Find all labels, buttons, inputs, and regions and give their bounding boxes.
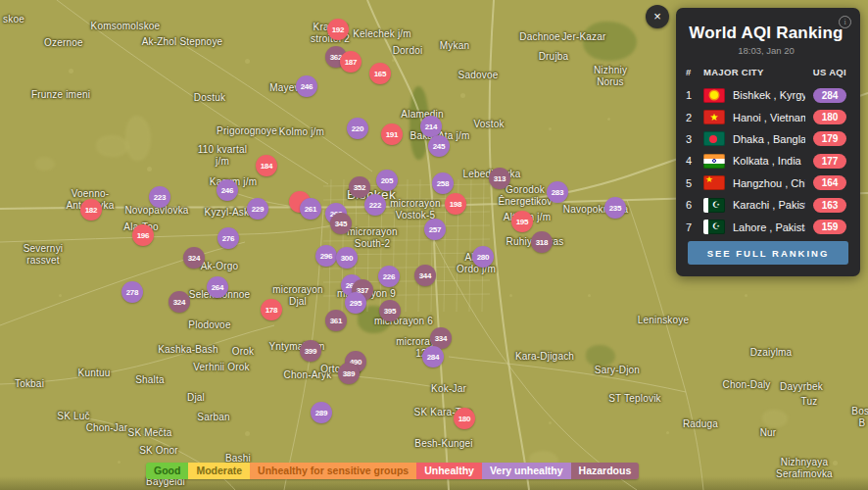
aqi-marker[interactable]: 395 — [379, 300, 401, 321]
aqi-marker[interactable]: 178 — [261, 299, 282, 320]
aqi-marker[interactable]: 361 — [325, 310, 347, 331]
ranking-row[interactable]: 7Lahore , Pakistan159 — [686, 216, 846, 237]
aqi-marker[interactable]: 222 — [364, 194, 386, 216]
aqi-marker[interactable]: 352 — [349, 176, 370, 198]
aqi-marker[interactable]: 283 — [547, 181, 568, 203]
aqi-marker[interactable]: 324 — [183, 247, 205, 269]
aqi-marker[interactable]: 192 — [327, 19, 349, 40]
aqi-marker[interactable]: 318 — [531, 231, 553, 253]
aqi-marker[interactable]: 278 — [121, 281, 143, 303]
aqi-marker[interactable]: 226 — [378, 266, 400, 287]
pk-flag-icon — [703, 220, 725, 234]
map-place-label: 110 kvartal j/m — [198, 144, 247, 167]
aqi-marker[interactable]: 258 — [432, 172, 454, 194]
rank-number: 4 — [686, 155, 696, 167]
aqi-marker[interactable]: 245 — [428, 135, 450, 157]
aqi-marker[interactable]: 264 — [207, 276, 228, 298]
rank-number: 2 — [686, 112, 696, 123]
rank-number: 3 — [686, 133, 696, 145]
city-name: Kolkata , India — [733, 155, 805, 167]
ranking-row[interactable]: 2Hanoi , Vietnam180 — [686, 106, 846, 127]
aqi-marker[interactable]: 191 — [381, 123, 403, 145]
ranking-rows: 1Bishkek , Kyrgyzstan2842Hanoi , Vietnam… — [686, 84, 846, 238]
close-panel-button[interactable]: × — [646, 5, 669, 28]
in-flag-icon — [703, 154, 725, 169]
aqi-marker[interactable]: 296 — [315, 245, 337, 267]
aqi-marker[interactable]: 246 — [296, 75, 317, 97]
aqi-marker[interactable]: 284 — [422, 346, 444, 368]
map-place-label: Tuz — [801, 396, 818, 408]
see-full-ranking-button[interactable]: SEE FULL RANKING — [688, 241, 848, 265]
aqi-marker[interactable]: 214 — [420, 116, 442, 137]
aqi-marker[interactable]: 196 — [132, 224, 154, 246]
ranking-row[interactable]: 1Bishkek , Kyrgyzstan284 — [686, 84, 846, 106]
city-name: Bishkek , Kyrgyzstan — [733, 89, 805, 101]
aqi-marker[interactable]: 313 — [489, 168, 510, 189]
aqi-marker[interactable]: 324 — [169, 291, 190, 313]
map-place-label: microrayon Vostok-5 — [390, 198, 440, 220]
rank-number: 6 — [686, 199, 696, 211]
map-place-label: Vostok — [473, 119, 504, 130]
aqi-marker[interactable]: 295 — [345, 292, 366, 314]
aqi-map-app: skoeKomsomolskoeOzernoeAk-Zhol StepnoyeF… — [0, 0, 868, 490]
aqi-marker[interactable]: 344 — [414, 265, 436, 286]
map-place-label: Sarban — [197, 412, 229, 423]
aqi-marker[interactable]: 180 — [454, 408, 475, 429]
aqi-marker[interactable]: 205 — [376, 170, 398, 191]
ranking-row[interactable]: 4Kolkata , India177 — [686, 150, 846, 172]
aqi-marker[interactable]: 235 — [604, 197, 626, 219]
map-place-label: Nizhniy Norus — [594, 65, 627, 87]
aqi-marker[interactable]: 261 — [300, 198, 321, 220]
aqi-marker[interactable]: 220 — [347, 118, 368, 139]
column-rank: # — [686, 67, 696, 77]
ranking-row[interactable]: 3Dhaka , Bangladesh179 — [686, 128, 846, 150]
aqi-marker[interactable]: 399 — [300, 340, 321, 362]
aqi-marker[interactable]: 198 — [445, 193, 466, 215]
map-place-label: Drujba — [539, 51, 569, 63]
ranking-table-header: # MAJOR CITY US AQI — [686, 67, 846, 77]
bd-flag-icon — [703, 131, 725, 146]
ranking-row[interactable]: 6Karachi , Pakistan163 — [686, 194, 846, 216]
aqi-value-badge: 179 — [813, 131, 846, 146]
aqi-marker[interactable]: 257 — [424, 219, 446, 240]
world-aqi-ranking-panel: i World AQI Ranking 18:03, Jan 20 # MAJO… — [676, 8, 860, 276]
ranking-row[interactable]: 5Hangzhou , China164 — [686, 172, 846, 194]
aqi-marker[interactable]: 223 — [149, 186, 170, 208]
map-place-label: Chon-Daly — [722, 379, 770, 391]
map-place-label: Raduga — [683, 418, 718, 430]
aqi-marker[interactable]: 184 — [256, 155, 277, 176]
aqi-marker[interactable]: 195 — [511, 211, 533, 232]
map-place-label: SK Mečta — [128, 427, 172, 439]
aqi-marker[interactable]: 289 — [311, 402, 332, 423]
map-place-label: SK Onor — [139, 445, 178, 457]
map-place-label: Dachnoe — [519, 31, 559, 43]
info-icon[interactable]: i — [839, 16, 851, 28]
map-place-label: Kara-Djigach — [515, 351, 574, 363]
legend-item: Hazardous — [571, 463, 640, 479]
aqi-marker[interactable]: 300 — [336, 247, 358, 269]
aqi-marker[interactable]: 187 — [340, 51, 362, 73]
aqi-value-badge: 164 — [813, 175, 846, 190]
aqi-value-badge: 159 — [813, 220, 846, 234]
aqi-marker[interactable]: 229 — [247, 198, 268, 220]
aqi-marker[interactable]: 389 — [338, 363, 360, 384]
map-place-label: Chon-Jar — [86, 422, 128, 434]
aqi-marker[interactable]: 182 — [80, 199, 102, 220]
city-name: Karachi , Pakistan — [733, 199, 805, 211]
map-place-label: Sadovoe — [458, 70, 499, 81]
aqi-marker[interactable]: 246 — [217, 179, 238, 201]
map-place-label: Plodovoe — [188, 319, 230, 331]
map-place-label: ST Teplovik — [608, 393, 661, 405]
vn-flag-icon — [703, 110, 725, 124]
map-place-label: Bos-B — [851, 406, 868, 428]
rank-number: 5 — [686, 177, 696, 189]
aqi-marker[interactable]: 280 — [472, 246, 494, 268]
legend-item: Unhealthy for sensitive groups — [250, 463, 416, 479]
rank-number: 7 — [686, 221, 696, 233]
aqi-marker[interactable]: 165 — [369, 63, 391, 84]
map-place-label: Dordoi — [393, 45, 423, 57]
aqi-marker[interactable]: 276 — [217, 227, 239, 249]
aqi-marker[interactable]: 345 — [330, 213, 352, 234]
map-place-label: Dayyrbek — [780, 381, 823, 393]
map-place-label: Mykan — [440, 40, 469, 52]
